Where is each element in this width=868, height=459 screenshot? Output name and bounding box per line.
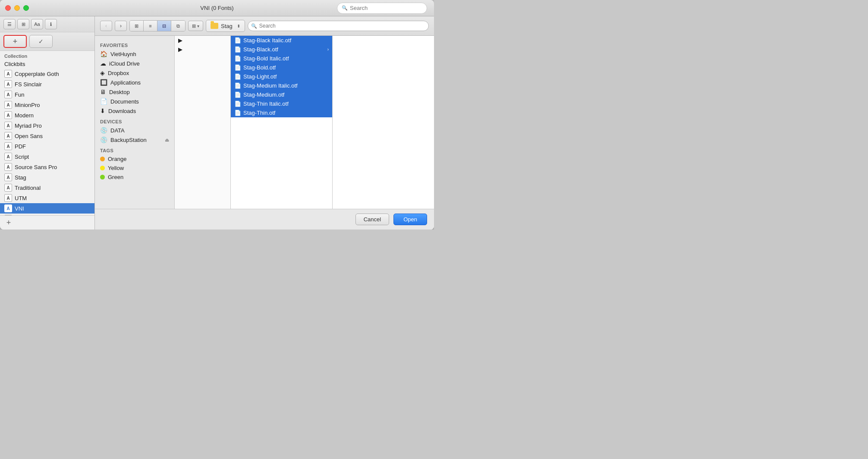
location-chevron-icon: ⬍ — [237, 24, 240, 28]
collection-item-stag[interactable]: A Stag — [0, 172, 94, 182]
font-grid-button[interactable]: ⊞ — [17, 19, 29, 29]
add-font-button[interactable]: + — [4, 218, 13, 227]
view-column-button[interactable]: ⊟ — [157, 21, 171, 31]
cancel-button[interactable]: Cancel — [355, 214, 389, 225]
arrange-dropdown[interactable]: ⊞ ▾ — [188, 21, 203, 31]
file-row-stag-black-preview[interactable]: ▶ — [175, 45, 230, 54]
file-row-stag-black-italic[interactable]: 📄 Stag-Black Italic.otf — [231, 36, 332, 45]
preview-icon: Aa — [34, 22, 40, 27]
view-icon-button[interactable]: ⊞ — [130, 21, 144, 31]
main-search-input[interactable] — [350, 5, 422, 11]
finder-item-applications[interactable]: 🔲 Applications — [95, 78, 174, 87]
favorites-header: Favorites — [95, 39, 174, 49]
data-drive-icon: 💿 — [100, 127, 107, 134]
collection-item-traditional[interactable]: A Traditional — [0, 182, 94, 193]
otf-file-icon: 📄 — [234, 82, 241, 89]
file-row-stag-bold-italic[interactable]: 📄 Stag-Bold Italic.otf — [231, 54, 332, 63]
finder-item-backupstation[interactable]: 💿 BackupStation ⏏ — [95, 135, 174, 145]
file-row-stag-thin-italic[interactable]: 📄 Stag-Thin Italic.otf — [231, 99, 332, 108]
otf-file-icon: 📄 — [234, 91, 241, 98]
finder-item-viethuynh[interactable]: 🏠 VietHuynh — [95, 49, 174, 59]
stag-thin-label: Stag-Thin.otf — [243, 110, 275, 116]
minion-pro-label: MinionPro — [15, 102, 40, 108]
myriad-pro-label: Myriad Pro — [15, 123, 42, 129]
coverflow-view-icon: ⧉ — [176, 23, 180, 29]
verify-fonts-button[interactable]: ✓ — [29, 35, 53, 48]
finder-item-documents[interactable]: 📄 Documents — [95, 97, 174, 106]
collection-item-modern[interactable]: A Modern — [0, 110, 94, 120]
main-search-bar[interactable]: 🔍 — [337, 3, 427, 14]
file-row-stag-bold[interactable]: 📄 Stag-Bold.otf — [231, 63, 332, 72]
eject-icon[interactable]: ⏏ — [165, 137, 169, 143]
pdf-label: PDF — [15, 143, 26, 150]
minimize-button[interactable] — [14, 5, 20, 11]
stag-label: Stag — [15, 174, 26, 181]
documents-icon: 📄 — [100, 98, 107, 105]
file-row-stag-light[interactable]: 📄 Stag-Light.otf — [231, 72, 332, 81]
finder-item-green[interactable]: Green — [95, 173, 174, 182]
collection-item-minion-pro[interactable]: A MinionPro — [0, 100, 94, 110]
otf-file-icon: 📄 — [234, 110, 241, 116]
font-info-button[interactable]: ℹ — [45, 19, 57, 29]
grid-icon: ⊞ — [22, 22, 25, 27]
main-search-icon: 🔍 — [342, 5, 348, 11]
collection-item-copperplate[interactable]: A Copperplate Goth — [0, 69, 94, 79]
menu-icon: ☰ — [7, 22, 12, 27]
list-view-icon: ≡ — [149, 23, 151, 28]
finder-item-dropbox[interactable]: ◈ Dropbox — [95, 68, 174, 78]
sidebar-menu-button[interactable]: ☰ — [3, 19, 16, 29]
add-collection-button[interactable]: + — [3, 35, 27, 48]
otf-file-icon: 📄 — [234, 73, 241, 80]
finder-item-yellow[interactable]: Yellow — [95, 163, 174, 173]
column-view-icon: ⊟ — [162, 23, 166, 29]
collection-item-script[interactable]: A Script — [0, 151, 94, 162]
dialog-content: Favorites 🏠 VietHuynh ☁ iCloud Drive ◈ D… — [95, 36, 434, 209]
collection-item-utm[interactable]: A UTM — [0, 193, 94, 203]
font-icon: A — [4, 70, 12, 78]
font-icon: A — [4, 142, 12, 150]
collection-item-myriad-pro[interactable]: A Myriad Pro — [0, 120, 94, 131]
font-icon: A — [4, 173, 12, 181]
file-row-stag-medium[interactable]: 📄 Stag-Medium.otf — [231, 90, 332, 99]
otf-file-icon: 📄 — [234, 64, 241, 71]
applications-label: Applications — [110, 79, 141, 86]
close-button[interactable] — [5, 5, 11, 11]
collection-item-source-sans-pro[interactable]: A Source Sans Pro — [0, 162, 94, 172]
open-file-dialog: ‹ › ⊞ ≡ ⊟ ⧉ — [95, 16, 434, 230]
file-row-stag-thin[interactable]: 📄 Stag-Thin.otf — [231, 108, 332, 117]
collection-item-vni[interactable]: A VNI — [0, 203, 94, 214]
otf-file-icon: 📄 — [234, 55, 241, 62]
desktop-icon: 🖥 — [100, 88, 106, 95]
file-row-stag-folder[interactable]: ▶ — [175, 36, 230, 45]
finder-item-downloads[interactable]: ⬇ Downloads — [95, 106, 174, 116]
collection-item-pdf[interactable]: A PDF — [0, 141, 94, 151]
view-list-button[interactable]: ≡ — [144, 21, 157, 31]
fs-sinclair-label: FS Sinclair — [15, 81, 42, 88]
location-selector[interactable]: Stag ⬍ — [206, 20, 245, 32]
font-preview-button[interactable]: Aa — [31, 19, 43, 29]
file-browser: ▶ ▶ 📄 Stag-Black Italic.otf 📄 — [175, 36, 434, 209]
dropbox-icon: ◈ — [100, 69, 105, 76]
back-button[interactable]: ‹ — [100, 21, 112, 31]
file-row-stag-black[interactable]: 📄 Stag-Black.otf › — [231, 45, 332, 54]
maximize-button[interactable] — [23, 5, 29, 11]
view-coverflow-button[interactable]: ⧉ — [171, 21, 185, 31]
downloads-icon: ⬇ — [100, 107, 105, 114]
collection-list: Clickbits A Copperplate Goth A FS Sincla… — [0, 60, 94, 215]
dialog-search-input[interactable] — [248, 21, 429, 31]
finder-item-desktop[interactable]: 🖥 Desktop — [95, 87, 174, 97]
stag-thin-italic-label: Stag-Thin Italic.otf — [243, 101, 289, 107]
finder-item-icloud[interactable]: ☁ iCloud Drive — [95, 59, 174, 68]
open-button[interactable]: Open — [393, 214, 427, 225]
finder-item-orange[interactable]: Orange — [95, 154, 174, 163]
collection-item-fun[interactable]: A Fun — [0, 89, 94, 100]
finder-item-data[interactable]: 💿 DATA — [95, 126, 174, 135]
back-icon: ‹ — [105, 23, 107, 29]
collection-item-fs-sinclair[interactable]: A FS Sinclair — [0, 79, 94, 89]
arrange-icon: ⊞ — [192, 23, 196, 29]
collection-item-open-sans[interactable]: A Open Sans — [0, 131, 94, 141]
forward-button[interactable]: › — [115, 21, 127, 31]
stag-medium-italic-label: Stag-Medium Italic.otf — [243, 82, 298, 89]
collection-item-clickbits[interactable]: Clickbits — [0, 60, 94, 69]
file-row-stag-medium-italic[interactable]: 📄 Stag-Medium Italic.otf — [231, 81, 332, 90]
